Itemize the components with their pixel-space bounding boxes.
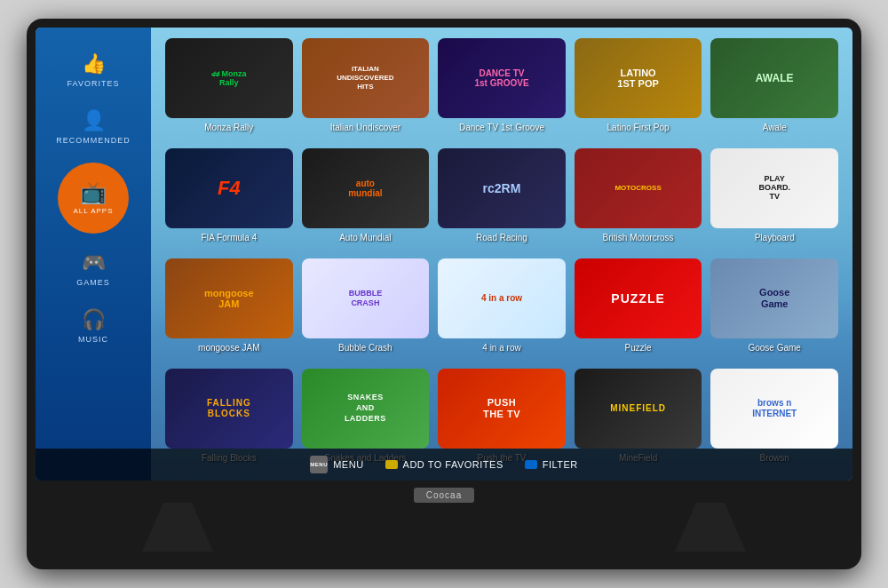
app-label-road: Road Racing (476, 232, 527, 243)
music-label: MUSIC (78, 335, 108, 344)
app-thumbnail-playboard: PLAYBOARD.TV (710, 148, 838, 228)
app-thumbnail-snakes: SNAKESANDLADDERS (302, 369, 430, 449)
favorites-icon: 👍 (82, 52, 106, 75)
add-favorites-label: ADD TO FAVORITES (403, 459, 503, 470)
apps-grid: 🏎 MonzaRally Monza Rally ITALIANUNDISCOV… (165, 38, 838, 470)
app-label-playboard: Playboard (755, 232, 795, 243)
all-apps-icon: 📺 (80, 180, 107, 205)
recommended-label: RECOMMENDED (56, 136, 131, 145)
app-label-italian: Italian Undiscover (330, 122, 400, 133)
sidebar-item-music[interactable]: 🎧 MUSIC (36, 301, 151, 351)
tv-frame: 👍 FAVORITES 👤 RECOMMENDED 📺 ALL APPS 🎮 G… (27, 19, 861, 569)
filter-badge (525, 460, 537, 469)
tv-bezel-bottom: Coocaa (36, 481, 852, 552)
games-icon: 🎮 (82, 251, 106, 274)
sidebar-item-games[interactable]: 🎮 GAMES (36, 244, 151, 294)
app-thumbnail-awale: AWALE (710, 38, 838, 118)
app-bubble-crash[interactable]: BUBBLECRASH Bubble Crash (302, 258, 430, 360)
add-favorites-badge (385, 460, 398, 469)
menu-bar-label: MENU (333, 459, 363, 470)
app-label-bubble: Bubble Crash (338, 342, 392, 354)
app-thumbnail-puzzle: PUZZLE (575, 258, 702, 338)
app-label-awale: Awale (763, 122, 787, 133)
app-auto-mundial[interactable]: automundial Auto Mundial (302, 148, 430, 250)
app-label-fia: FIA Formula 4 (201, 232, 257, 243)
app-thumbnail-falling: FALLINGBLOCKS (165, 369, 293, 449)
menu-bar-item: MENU MENU (310, 456, 363, 473)
app-road-racing[interactable]: rc2RM Road Racing (438, 148, 566, 250)
app-label-4inarow: 4 in a row (482, 342, 520, 354)
sidebar-item-all-apps[interactable]: 📺 ALL APPS (58, 163, 129, 234)
app-label-latino: Latino First Pop (607, 122, 670, 133)
app-thumbnail-dance: DANCE TV1st GROOVE (438, 38, 566, 118)
app-thumbnail-bubble: BUBBLECRASH (302, 258, 430, 338)
app-thumbnail-mongoose: mongooseJAM (165, 258, 293, 338)
tv-stand-right (675, 503, 746, 552)
app-label-monza-rally: Monza Rally (204, 122, 253, 133)
app-label-auto: Auto Mundial (339, 232, 391, 243)
filter-label: FILTER (543, 459, 578, 470)
app-thumbnail-4inarow: 4 in a row (438, 258, 566, 338)
music-icon: 🎧 (82, 308, 106, 331)
menu-button-badge: MENU (310, 456, 328, 473)
bottom-bar: MENU MENU ADD TO FAVORITES FILTER (36, 449, 852, 481)
favorites-label: FAVORITES (67, 79, 120, 88)
all-apps-label: ALL APPS (73, 207, 113, 216)
filter-bar-item: FILTER (525, 459, 578, 470)
app-thumbnail-fia: F4 (165, 148, 293, 228)
tv-brand-label: Coocaa (414, 488, 474, 503)
add-favorites-bar-item: ADD TO FAVORITES (385, 459, 503, 470)
app-monza-rally[interactable]: 🏎 MonzaRally Monza Rally (165, 38, 293, 139)
app-thumbnail-monza-rally: 🏎 MonzaRally (165, 38, 293, 118)
app-label-mongoose: mongoose JAM (198, 342, 259, 354)
app-playboard[interactable]: PLAYBOARD.TV Playboard (710, 148, 838, 250)
app-label-dance: Dance TV 1st Groove (459, 122, 544, 133)
app-thumbnail-push: PUSHTHE TV (438, 369, 566, 449)
tv-screen: 👍 FAVORITES 👤 RECOMMENDED 📺 ALL APPS 🎮 G… (36, 28, 852, 481)
sidebar-item-recommended[interactable]: 👤 RECOMMENDED (36, 102, 151, 152)
app-thumbnail-goose: GooseGame (710, 258, 838, 338)
sidebar-item-favorites[interactable]: 👍 FAVORITES (36, 45, 151, 95)
app-dance-tv[interactable]: DANCE TV1st GROOVE Dance TV 1st Groove (438, 38, 566, 139)
app-mongoose-jam[interactable]: mongooseJAM mongoose JAM (165, 258, 293, 360)
app-fia-formula4[interactable]: F4 FIA Formula 4 (165, 148, 293, 250)
app-british-motorcross[interactable]: MOTOCROSS British Motorcross (575, 148, 702, 250)
app-thumbnail-road: rc2RM (438, 148, 566, 228)
app-thumbnail-minefield: MINEFIELD (575, 369, 702, 449)
main-content: 🏎 MonzaRally Monza Rally ITALIANUNDISCOV… (151, 28, 852, 481)
app-goose-game[interactable]: GooseGame Goose Game (710, 258, 838, 360)
app-thumbnail-browsn: brows nINTERNET (710, 369, 838, 449)
app-latino-pop[interactable]: LATINO1ST POP Latino First Pop (575, 38, 702, 139)
app-thumbnail-latino: LATINO1ST POP (575, 38, 702, 118)
games-label: GAMES (76, 278, 110, 287)
app-thumbnail-auto: automundial (302, 148, 430, 228)
recommended-icon: 👤 (82, 109, 106, 132)
app-thumbnail-italian: ITALIANUNDISCOVEREDHITS (302, 38, 430, 118)
tv-stand-left (142, 503, 213, 552)
app-label-british: British Motorcross (603, 232, 674, 243)
app-thumbnail-british: MOTOCROSS (575, 148, 702, 228)
app-awale[interactable]: AWALE Awale (710, 38, 838, 139)
app-puzzle[interactable]: PUZZLE Puzzle (575, 258, 702, 360)
sidebar: 👍 FAVORITES 👤 RECOMMENDED 📺 ALL APPS 🎮 G… (36, 28, 151, 481)
app-italian-undiscover[interactable]: ITALIANUNDISCOVEREDHITS Italian Undiscov… (302, 38, 430, 139)
app-4inarow[interactable]: 4 in a row 4 in a row (438, 258, 566, 360)
app-label-goose: Goose Game (748, 342, 800, 354)
app-label-puzzle: Puzzle (625, 342, 652, 354)
